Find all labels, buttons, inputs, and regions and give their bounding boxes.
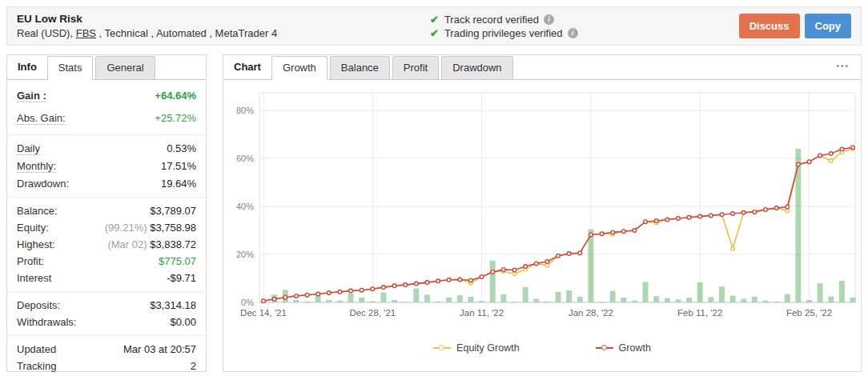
stat-label: Deposits: (17, 299, 60, 311)
stat-row: Balance:$3,789.07 (7, 202, 206, 219)
svg-text:Dec 28, '21: Dec 28, '21 (349, 308, 396, 318)
stat-group: UpdatedMar 03 at 20:57Tracking2 (7, 335, 206, 376)
stat-value: 19.64% (161, 178, 196, 190)
svg-text:Feb 25, '22: Feb 25, '22 (786, 308, 832, 318)
stat-row: Equity:(99.21%) $3,758.98 (7, 219, 206, 236)
info-icon[interactable]: i (568, 28, 578, 38)
stat-value: Mar 03 at 20:57 (123, 343, 196, 355)
verification-row: ✔ Track record verified i (430, 14, 739, 26)
ellipsis-menu-icon[interactable]: ••• (836, 55, 850, 70)
chart-legend: Equity GrowthGrowth (223, 336, 861, 354)
account-subtitle: Real (USD), FBS , Technical , Automated … (17, 27, 430, 39)
stat-label: Daily (17, 142, 40, 155)
account-attributes: , Technical , Automated , MetaTrader 4 (96, 27, 277, 39)
stat-value: $775.07 (159, 255, 196, 267)
legend-label: Equity Growth (456, 342, 520, 354)
stat-label: Profit: (17, 255, 44, 267)
stat-row: Daily0.53% (7, 140, 206, 158)
stat-value: +64.64% (155, 90, 196, 102)
legend-label: Growth (619, 342, 651, 354)
stat-label: Updated (17, 343, 56, 355)
stat-value-prefix: (99.21%) (105, 222, 150, 234)
verification-label: Track record verified (444, 14, 539, 26)
stat-row: UpdatedMar 03 at 20:57 (7, 341, 206, 358)
stat-value: +25.72% (155, 112, 196, 124)
stat-row: Drawdown:19.64% (7, 175, 206, 192)
sidebar-tabbar: Info Stats General (7, 55, 206, 80)
stat-value: -$9.71 (167, 272, 196, 284)
svg-text:40%: 40% (236, 202, 254, 211)
stat-row: Abs. Gain:+25.72% (7, 107, 206, 130)
info-icon[interactable]: i (544, 14, 554, 25)
stat-row: Profit:$775.07 (7, 253, 206, 270)
svg-text:Jan 28, '22: Jan 28, '22 (569, 308, 613, 318)
svg-text:20%: 20% (236, 250, 254, 259)
growth-chart: 0%20%40%60%80%Dec 14, '21Dec 28, '21Jan … (223, 80, 859, 333)
stats-panel: Info Stats General Gain :+64.64%Abs. Gai… (6, 54, 207, 372)
stat-group: Deposits:$3,314.18Withdrawals:$0.00 (7, 291, 206, 335)
tab-stats[interactable]: Stats (47, 56, 94, 80)
svg-text:Feb 11, '22: Feb 11, '22 (677, 308, 722, 318)
stat-value: 17.51% (161, 160, 196, 172)
svg-text:Dec 14, '21: Dec 14, '21 (240, 308, 287, 318)
page: EU Low Risk Real (USD), FBS , Technical … (0, 0, 868, 376)
discuss-button[interactable]: Discuss (739, 14, 800, 38)
tab-drawdown[interactable]: Drawdown (441, 56, 512, 79)
stat-row: Gain :+64.64% (7, 85, 206, 107)
tab-general[interactable]: General (95, 56, 155, 79)
stat-row: Monthly:17.51% (7, 158, 206, 175)
stat-row: Tracking2 (7, 358, 206, 374)
check-icon: ✔ (430, 14, 439, 26)
verification-label: Trading privileges verified (444, 27, 563, 39)
svg-text:80%: 80% (236, 106, 254, 115)
stat-label: Interest (17, 272, 51, 284)
legend-marker-icon (433, 345, 451, 352)
check-icon: ✔ (430, 27, 439, 39)
legend-item: Growth (596, 342, 651, 354)
stat-row: Withdrawals:$0.00 (7, 314, 206, 330)
svg-text:60%: 60% (236, 154, 254, 163)
tab-chart[interactable]: Chart (223, 55, 271, 79)
broker-link[interactable]: FBS (76, 27, 96, 39)
legend-item: Equity Growth (433, 342, 520, 354)
tab-profit[interactable]: Profit (392, 56, 439, 79)
chart-tabbar: Chart Growth Balance Profit Drawdown ••• (223, 55, 861, 80)
stat-group: Balance:$3,789.07Equity:(99.21%) $3,758.… (7, 197, 206, 291)
stat-label: Equity: (17, 222, 49, 234)
stat-label: Monthly: (17, 160, 56, 173)
tab-growth[interactable]: Growth (271, 56, 328, 80)
svg-text:Jan 11, '22: Jan 11, '22 (460, 308, 504, 318)
stat-group: Gain :+64.64%Abs. Gain:+25.72% (7, 80, 206, 134)
stat-label: Balance: (17, 205, 58, 217)
stat-label: Highest: (17, 238, 55, 250)
stat-group: Daily0.53%Monthly:17.51%Drawdown:19.64% (7, 134, 206, 197)
stat-value: (Mar 02) $3,838.72 (107, 238, 196, 250)
stat-label: Drawdown: (17, 178, 69, 190)
copy-button[interactable]: Copy (805, 14, 852, 38)
stat-value: 2 (191, 360, 196, 372)
stat-row: Highest:(Mar 02) $3,838.72 (7, 236, 206, 253)
account-info: EU Low Risk Real (USD), FBS , Technical … (17, 13, 430, 39)
verification-row: ✔ Trading privileges verified i (430, 27, 739, 39)
stat-value: $3,314.18 (150, 299, 196, 311)
stat-value: $0.00 (170, 316, 196, 328)
main-content: Info Stats General Gain :+64.64%Abs. Gai… (6, 54, 862, 372)
stats-list: Gain :+64.64%Abs. Gain:+25.72%Daily0.53%… (7, 80, 206, 376)
chart-panel: Chart Growth Balance Profit Drawdown •••… (223, 54, 862, 372)
account-type: Real (USD), (17, 27, 76, 39)
account-title: EU Low Risk (17, 13, 430, 25)
header-buttons: Discuss Copy (739, 14, 851, 38)
stat-value: $3,789.07 (150, 205, 196, 217)
tab-info[interactable]: Info (7, 55, 47, 79)
stat-value: 0.53% (167, 142, 196, 154)
stat-label: Gain : (17, 90, 46, 102)
account-header: EU Low Risk Real (USD), FBS , Technical … (6, 6, 862, 46)
stat-value: (99.21%) $3,758.98 (105, 222, 196, 234)
verification-block: ✔ Track record verified i ✔ Trading priv… (430, 12, 739, 41)
stat-row: Interest-$9.71 (7, 270, 206, 286)
stat-label: Tracking (17, 360, 56, 372)
stat-value-prefix: (Mar 02) (107, 238, 150, 250)
tab-balance[interactable]: Balance (330, 56, 390, 79)
stat-label: Withdrawals: (17, 316, 76, 328)
stat-row: Deposits:$3,314.18 (7, 297, 206, 314)
